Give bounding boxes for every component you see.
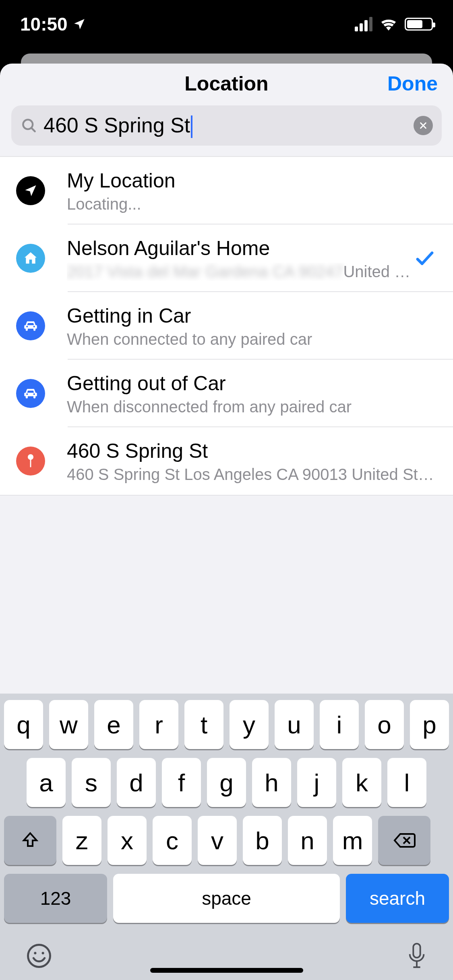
location-arrow-icon: [16, 176, 45, 205]
clear-button[interactable]: [414, 116, 433, 135]
status-time: 10:50: [20, 13, 68, 35]
backspace-icon: [393, 832, 416, 849]
key-s[interactable]: s: [72, 758, 111, 807]
row-title: Nelson Aguilar's Home: [67, 236, 413, 260]
close-icon: [419, 121, 428, 130]
row-title: 460 S Spring St: [67, 439, 437, 463]
row-subtitle: Locating...: [67, 195, 437, 213]
key-p[interactable]: p: [410, 700, 449, 749]
shift-icon: [21, 831, 40, 850]
pin-icon: [16, 447, 45, 476]
key-t[interactable]: t: [184, 700, 223, 749]
keyboard-row-4: 123 space search: [4, 874, 449, 923]
text-caret: [191, 115, 192, 138]
key-l[interactable]: l: [387, 758, 426, 807]
key-w[interactable]: w: [49, 700, 88, 749]
row-getting-out-car[interactable]: Getting out of Car When disconnected fro…: [0, 360, 453, 427]
page-title: Location: [184, 72, 268, 95]
dictation-key-icon[interactable]: [406, 941, 427, 970]
checkmark-icon: [413, 247, 437, 269]
space-key[interactable]: space: [113, 874, 340, 923]
keyboard: q w e r t y u i o p a s d f g h j k l z …: [0, 694, 453, 980]
row-subtitle: When connected to any paired car: [67, 330, 437, 348]
search-icon: [20, 117, 38, 134]
row-my-location[interactable]: My Location Locating...: [0, 157, 453, 224]
search-value: 460 S Spring St: [43, 113, 408, 138]
row-subtitle: 2017 Vista del Mar Gardena CA 90247Unite…: [67, 263, 413, 281]
car-icon: [16, 311, 45, 340]
backspace-key[interactable]: [378, 816, 430, 865]
key-e[interactable]: e: [94, 700, 133, 749]
keyboard-row-1: q w e r t y u i o p: [4, 700, 449, 749]
row-search-result[interactable]: 460 S Spring St 460 S Spring St Los Ange…: [0, 427, 453, 495]
key-o[interactable]: o: [365, 700, 404, 749]
keyboard-row-2: a s d f g h j k l: [4, 758, 449, 807]
home-indicator[interactable]: [150, 968, 303, 973]
svg-rect-11: [413, 944, 420, 958]
cell-signal-icon: [355, 17, 372, 31]
svg-point-9: [34, 952, 36, 954]
home-icon: [16, 244, 45, 273]
key-f[interactable]: f: [162, 758, 201, 807]
keyboard-row-3: z x c v b n m: [4, 816, 449, 865]
key-h[interactable]: h: [252, 758, 291, 807]
row-title: Getting out of Car: [67, 371, 437, 395]
battery-icon: [405, 18, 433, 31]
row-home[interactable]: Nelson Aguilar's Home 2017 Vista del Mar…: [0, 224, 453, 292]
key-m[interactable]: m: [333, 816, 372, 865]
key-a[interactable]: a: [27, 758, 66, 807]
shift-key[interactable]: [4, 816, 56, 865]
key-x[interactable]: x: [108, 816, 147, 865]
wifi-icon: [380, 18, 397, 31]
key-c[interactable]: c: [153, 816, 192, 865]
nav-bar: Location Done: [0, 64, 453, 104]
row-subtitle: When disconnected from any paired car: [67, 398, 437, 416]
row-title: Getting in Car: [67, 304, 437, 328]
emoji-key-icon[interactable]: [26, 943, 52, 969]
key-q[interactable]: q: [4, 700, 43, 749]
key-y[interactable]: y: [230, 700, 269, 749]
row-title: My Location: [67, 169, 437, 193]
results-list: My Location Locating... Nelson Aguilar's…: [0, 156, 453, 496]
key-d[interactable]: d: [117, 758, 156, 807]
row-subtitle: 460 S Spring St Los Angeles CA 90013 Uni…: [67, 465, 437, 484]
numbers-key[interactable]: 123: [4, 874, 107, 923]
svg-line-1: [31, 128, 35, 132]
svg-point-4: [28, 454, 33, 460]
key-u[interactable]: u: [275, 700, 314, 749]
key-i[interactable]: i: [320, 700, 359, 749]
key-b[interactable]: b: [243, 816, 282, 865]
done-button[interactable]: Done: [387, 64, 438, 104]
key-r[interactable]: r: [139, 700, 178, 749]
key-n[interactable]: n: [288, 816, 327, 865]
key-z[interactable]: z: [62, 816, 101, 865]
key-g[interactable]: g: [207, 758, 246, 807]
location-arrow-icon: [72, 17, 86, 31]
search-input[interactable]: 460 S Spring St: [11, 105, 442, 146]
svg-point-10: [42, 952, 44, 954]
status-bar: 10:50: [0, 0, 453, 52]
key-k[interactable]: k: [342, 758, 381, 807]
key-j[interactable]: j: [297, 758, 336, 807]
car-icon: [16, 379, 45, 408]
search-key[interactable]: search: [346, 874, 449, 923]
row-getting-in-car[interactable]: Getting in Car When connected to any pai…: [0, 292, 453, 360]
svg-rect-5: [30, 459, 31, 467]
svg-point-8: [28, 945, 50, 967]
key-v[interactable]: v: [198, 816, 237, 865]
